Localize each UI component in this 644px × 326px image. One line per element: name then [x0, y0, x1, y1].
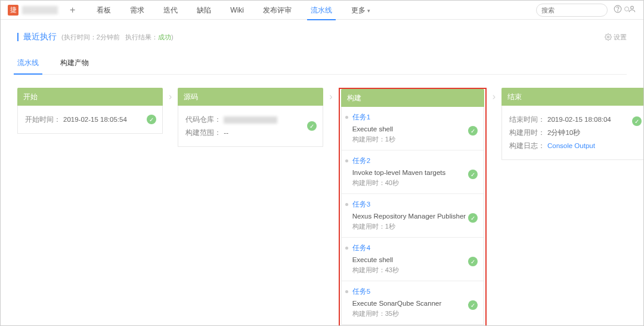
label-start-time: 开始时间： [25, 113, 61, 126]
nav-tabs: 看板 需求 迭代 缺陷 Wiki 发布评审 流水线 更多▾ [87, 1, 380, 20]
task-item[interactable]: 任务2 Invoke top-level Maven targets 构建用时：… [342, 150, 484, 194]
nav-tab-pipeline[interactable]: 流水线 [301, 1, 342, 20]
task-name: 任务4 [352, 244, 478, 253]
svg-point-4 [631, 6, 634, 9]
top-nav: 捷 + 看板 需求 迭代 缺陷 Wiki 发布评审 流水线 更多▾ [1, 1, 643, 20]
chevron-right-icon: › [329, 88, 332, 102]
value-scope: -- [224, 126, 228, 139]
task-list: 任务1 Execute shell 构建用时：1秒 ✓ 任务2 Invoke t… [341, 107, 484, 325]
app-logo[interactable]: 捷 [8, 5, 18, 16]
task-time: 构建用时：1秒 [352, 135, 478, 144]
stage-head-start: 开始 [17, 88, 163, 106]
label-end-time: 结束时间： [509, 113, 545, 126]
label-repo: 代码仓库： [185, 113, 221, 126]
task-time: 构建用时：35秒 [352, 309, 478, 318]
check-icon: ✓ [468, 170, 478, 179]
stage-head-build: 构建 [341, 89, 484, 107]
value-duration: 2分钟10秒 [547, 126, 580, 139]
svg-point-3 [618, 11, 618, 11]
nav-tab-kanban[interactable]: 看板 [87, 1, 120, 20]
task-name: 任务2 [352, 156, 478, 165]
stage-card-start: 开始时间：2019-02-15 18:05:54 ✓ [17, 106, 163, 134]
pipeline-row: 开始 开始时间：2019-02-15 18:05:54 ✓ › 源码 代码仓库：… [17, 88, 627, 326]
status-badge: 成功 [158, 33, 171, 41]
check-icon: ✓ [632, 116, 642, 126]
task-item[interactable]: 任务5 Execute SonarQube Scanner 构建用时：35秒 ✓ [342, 281, 484, 324]
task-desc: Execute shell [352, 125, 478, 133]
check-icon: ✓ [307, 121, 317, 131]
vertical-bar-icon [17, 33, 18, 41]
check-icon: ✓ [468, 126, 478, 136]
value-end-time: 2019-02-15 18:08:04 [547, 113, 611, 126]
chevron-right-icon: › [493, 88, 496, 102]
task-name: 任务3 [352, 200, 478, 209]
sub-tabs: 流水线 构建产物 [17, 58, 627, 75]
settings-button[interactable]: 设置 [605, 33, 627, 42]
exec-meta: (执行时间：2分钟前 执行结果：成功) [61, 33, 174, 42]
task-time: 构建用时：1秒 [352, 222, 478, 231]
task-time: 构建用时：40秒 [352, 179, 478, 187]
label-scope: 构建范围： [185, 126, 221, 139]
task-item[interactable]: 任务3 Nexus Repository Manager Publisher 构… [342, 194, 484, 238]
task-item[interactable]: 任务1 Execute shell 构建用时：1秒 ✓ [342, 107, 484, 150]
subtab-artifacts[interactable]: 构建产物 [60, 58, 89, 74]
value-repo-blur [224, 113, 277, 126]
stage-card-end: 结束时间：2019-02-15 18:08:04 构建用时：2分钟10秒 构建日… [501, 106, 644, 160]
exec-header: 最近执行 (执行时间：2分钟前 执行结果：成功) 设置 [17, 32, 627, 42]
product-name-blur [22, 6, 58, 14]
stage-build: 构建 任务1 Execute shell 构建用时：1秒 ✓ 任务2 Invok… [339, 88, 487, 326]
add-icon[interactable]: + [70, 5, 75, 16]
nav-tab-defect[interactable]: 缺陷 [187, 1, 221, 20]
subtab-pipeline[interactable]: 流水线 [17, 58, 39, 74]
gear-icon [605, 33, 612, 41]
task-desc: Execute shell [352, 256, 478, 263]
stage-end: 结束 结束时间：2019-02-15 18:08:04 构建用时：2分钟10秒 … [501, 88, 644, 160]
task-name: 任务1 [352, 113, 478, 122]
check-icon: ✓ [468, 300, 478, 310]
task-name: 任务5 [352, 287, 478, 296]
value-start-time: 2019-02-15 18:05:54 [63, 113, 127, 126]
check-icon: ✓ [147, 115, 156, 124]
nav-tab-release-review[interactable]: 发布评审 [253, 1, 301, 20]
stage-start: 开始 开始时间：2019-02-15 18:05:54 ✓ [17, 88, 163, 134]
check-icon: ✓ [468, 257, 478, 266]
label-log: 构建日志： [509, 139, 545, 152]
page-title: 最近执行 [23, 32, 57, 42]
user-icon[interactable] [628, 5, 636, 15]
chevron-down-icon: ▾ [367, 8, 370, 14]
task-desc: Invoke top-level Maven targets [352, 169, 478, 176]
check-icon: ✓ [468, 213, 478, 223]
task-desc: Nexus Repository Manager Publisher [352, 213, 478, 220]
label-duration: 构建用时： [509, 126, 545, 139]
stage-source: 源码 代码仓库： 构建范围：-- ✓ [178, 88, 323, 147]
search-input-wrap[interactable] [536, 4, 608, 17]
nav-tab-demand[interactable]: 需求 [120, 1, 154, 20]
chevron-right-icon: › [169, 88, 172, 102]
search-input[interactable] [541, 7, 624, 14]
task-item[interactable]: 任务4 Execute shell 构建用时：43秒 ✓ [342, 238, 484, 281]
task-desc: Execute SonarQube Scanner [352, 300, 478, 307]
svg-point-5 [608, 36, 609, 38]
console-output-link[interactable]: Console Output [547, 139, 595, 152]
nav-tab-iteration[interactable]: 迭代 [154, 1, 187, 20]
task-time: 构建用时：43秒 [352, 266, 478, 275]
nav-tab-more[interactable]: 更多▾ [342, 1, 380, 20]
stage-head-end: 结束 [501, 88, 644, 106]
stage-head-source: 源码 [178, 88, 323, 106]
build-highlight-box: 构建 任务1 Execute shell 构建用时：1秒 ✓ 任务2 Invok… [339, 88, 487, 326]
nav-tab-wiki[interactable]: Wiki [221, 1, 253, 20]
help-icon[interactable] [614, 5, 622, 15]
stage-card-source: 代码仓库： 构建范围：-- ✓ [178, 106, 323, 147]
